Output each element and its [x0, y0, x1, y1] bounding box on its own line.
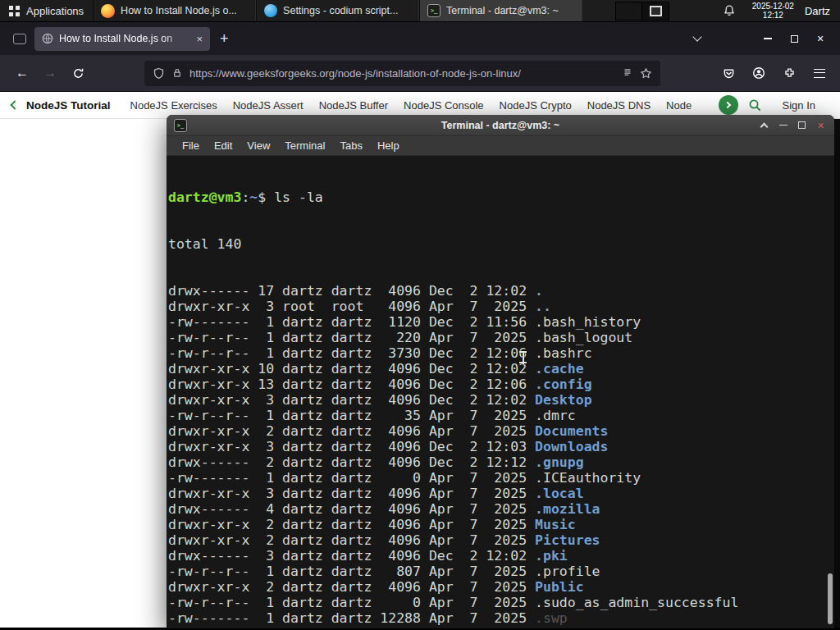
extensions-button[interactable] [777, 61, 801, 85]
pocket-button[interactable] [716, 61, 741, 85]
panel-clock[interactable]: 2025-12-02 12:12 [752, 2, 794, 20]
terminal-close-button[interactable]: × [811, 115, 830, 135]
terminal-shade-button[interactable] [755, 115, 774, 135]
terminal-line: drwx------ 2 dartz dartz 4096 Dec 2 12:1… [168, 454, 834, 470]
terminal-line: drwx------ 17 dartz dartz 4096 Dec 2 12:… [168, 283, 834, 299]
terminal-line: -rw-r--r-- 1 dartz dartz 807 Apr 7 2025 … [168, 564, 834, 579]
terminal-titlebar[interactable]: >_ Terminal - dartz@vm3: ~ × [167, 115, 834, 136]
taskbar-item-terminal[interactable]: >_ Terminal - dartz@vm3: ~ [419, 0, 582, 21]
minimize-icon [779, 125, 788, 126]
hamburger-icon [814, 69, 825, 78]
top-panel: Applications How to Install Node.js o...… [0, 0, 840, 22]
desktop: Applications How to Install Node.js o...… [0, 0, 840, 630]
workspace-1[interactable] [616, 2, 642, 20]
terminal-prompt-line: dartz@vm3:~$ ls -la [168, 189, 834, 205]
lock-icon[interactable] [171, 67, 183, 79]
workspace-switcher[interactable] [615, 2, 669, 21]
taskbar-item-codium[interactable]: Settings - codium script... [256, 0, 419, 21]
site-nav-link[interactable]: NodeJS Crypto [500, 99, 572, 112]
terminal-icon: >_ [427, 4, 441, 17]
firefox-view-icon[interactable] [13, 34, 26, 44]
browser-tab-active[interactable]: How to Install Node.js on × [34, 27, 210, 51]
terminal-line: drwxr-xr-x 2 dartz dartz 4096 Apr 7 2025… [168, 579, 834, 595]
terminal-scrollbar[interactable] [828, 158, 833, 627]
browser-close-button[interactable]: × [807, 26, 833, 51]
account-button[interactable] [746, 61, 771, 85]
panel-username[interactable]: Dartz [805, 5, 830, 17]
new-tab-button[interactable]: + [220, 31, 229, 46]
account-icon [752, 66, 765, 80]
terminal-scrollbar-thumb[interactable] [828, 573, 833, 624]
terminal-line: drwxr-xr-x 3 dartz dartz 4096 Dec 2 12:0… [168, 392, 834, 408]
prompt-command: ls -la [274, 189, 323, 205]
url-text[interactable]: https://www.geeksforgeeks.org/node-js/in… [189, 67, 615, 80]
terminal-line: drwxr-xr-x 2 dartz dartz 4096 Apr 7 2025… [168, 517, 834, 532]
menu-tabs[interactable]: Tabs [332, 139, 369, 152]
menu-view[interactable]: View [240, 139, 277, 152]
site-nav-link[interactable]: NodeJS Buffer [319, 99, 388, 112]
menu-file[interactable]: File [175, 139, 207, 152]
extensions-icon [783, 67, 796, 80]
applications-menu-button[interactable]: Applications [0, 0, 93, 21]
maximize-icon [791, 35, 798, 43]
list-all-tabs-icon[interactable] [692, 32, 701, 41]
site-nav-link[interactable]: NodeJS DNS [587, 99, 651, 112]
maximize-icon [798, 121, 806, 129]
taskbar-item-label: How to Install Node.js o... [121, 5, 237, 16]
menu-help[interactable]: Help [370, 139, 407, 152]
terminal-line: -rw------- 1 dartz dartz 1120 Dec 2 11:5… [168, 314, 834, 330]
site-nav-link[interactable]: NodeJS Assert [233, 99, 304, 112]
pocket-icon [723, 67, 735, 80]
url-bar[interactable]: https://www.geeksforgeeks.org/node-js/in… [144, 61, 660, 86]
terminal-minimize-button[interactable] [774, 115, 792, 135]
terminal-line: drwxr-xr-x 2 dartz dartz 4096 Apr 7 2025… [168, 626, 834, 628]
terminal-window: >_ Terminal - dartz@vm3: ~ × File Edit V… [167, 115, 834, 628]
reload-button[interactable] [66, 61, 90, 85]
terminal-content[interactable]: dartz@vm3:~$ ls -la total 140 drwx------… [167, 156, 834, 628]
notifications-button[interactable] [717, 4, 742, 17]
search-icon [748, 98, 761, 112]
taskbar-item-firefox[interactable]: How to Install Node.js o... [93, 0, 256, 21]
terminal-line: drwxr-xr-x 3 dartz dartz 4096 Dec 2 12:0… [168, 439, 834, 454]
site-nav-link[interactable]: Node [666, 99, 692, 112]
site-nav-links: NodeJS Exercises NodeJS Assert NodeJS Bu… [130, 99, 715, 112]
terminal-output: drwx------ 17 dartz dartz 4096 Dec 2 12:… [168, 283, 834, 628]
applications-grid-icon [9, 6, 20, 16]
sign-in-button[interactable]: Sign In [783, 99, 815, 112]
taskbar-item-label: Settings - codium script... [283, 5, 398, 16]
terminal-line: drwxr-xr-x 2 dartz dartz 4096 Apr 7 2025… [168, 423, 834, 439]
terminal-line: drwxr-xr-x 3 root root 4096 Apr 7 2025 .… [168, 299, 834, 314]
reader-mode-icon[interactable] [622, 67, 633, 79]
tab-close-icon[interactable]: × [196, 34, 203, 44]
site-nav-link[interactable]: NodeJS Exercises [130, 99, 217, 112]
tab-title: How to Install Node.js on [59, 33, 190, 44]
terminal-maximize-button[interactable] [792, 115, 811, 135]
back-button[interactable]: ← [10, 61, 34, 85]
nav-scroll-right-button[interactable] [719, 95, 738, 115]
chevron-right-icon [724, 102, 730, 108]
shade-up-icon [760, 123, 769, 131]
terminal-window-icon: >_ [174, 119, 187, 132]
menu-terminal[interactable]: Terminal [277, 139, 332, 152]
toolbar-right-icons [716, 61, 835, 85]
prompt-user-host: dartz@vm3 [168, 189, 241, 205]
taskbar-item-label: Terminal - dartz@vm3: ~ [446, 5, 559, 16]
bookmark-star-icon[interactable] [640, 67, 652, 80]
workspace-2[interactable] [642, 2, 669, 20]
tracking-shield-icon[interactable] [153, 67, 165, 80]
menu-button[interactable] [807, 61, 832, 85]
tab-favicon [42, 33, 53, 44]
minimize-icon [764, 38, 772, 39]
forward-button[interactable]: → [38, 61, 62, 85]
terminal-window-title: Terminal - dartz@vm3: ~ [441, 120, 559, 131]
browser-minimize-button[interactable] [755, 26, 781, 51]
site-search-button[interactable] [748, 98, 761, 112]
site-nav-link[interactable]: NodeJS Console [404, 99, 484, 112]
bell-icon [723, 4, 736, 17]
nav-scroll-left-icon[interactable] [10, 100, 19, 109]
browser-maximize-button[interactable] [781, 26, 807, 51]
terminal-line: -rw-r--r-- 1 dartz dartz 220 Apr 7 2025 … [168, 330, 834, 345]
menu-edit[interactable]: Edit [207, 139, 240, 152]
site-nav-active-item[interactable]: NodeJS Tutorial [26, 99, 111, 112]
prompt-path: ~ [249, 189, 258, 205]
